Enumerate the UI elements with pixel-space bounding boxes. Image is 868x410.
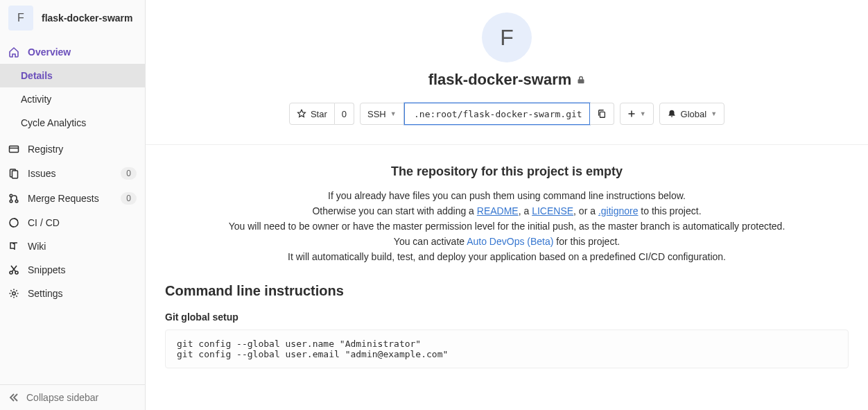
hero-avatar: F (482, 12, 532, 62)
project-toolbar: Star 0 SSH ▼ (146, 89, 868, 145)
add-dropdown[interactable]: ▼ (620, 103, 654, 125)
sidebar-label-cicd: CI / CD (28, 217, 137, 228)
sidebar-item-snippets[interactable]: Snippets (0, 258, 145, 282)
add-group: ▼ (620, 103, 654, 125)
svg-point-10 (12, 292, 15, 295)
subnav-activity[interactable]: Activity (0, 87, 145, 111)
hero-title-text: flask-docker-swarm (428, 71, 572, 89)
link-license[interactable]: LICENSE (532, 205, 573, 216)
sidebar-item-cicd[interactable]: CI / CD (0, 211, 145, 234)
clone-group: SSH ▼ (360, 103, 614, 125)
sidebar-label-mrs: Merge Requests (28, 193, 112, 204)
bell-icon (667, 109, 677, 119)
empty-line-1: If you already have files you can push t… (162, 190, 851, 201)
notification-group: Global ▼ (659, 103, 725, 125)
link-autodevops[interactable]: Auto DevOps (Beta) (467, 236, 553, 247)
project-hero: F flask-docker-swarm (146, 0, 868, 89)
svg-point-4 (10, 194, 12, 197)
copy-url-button[interactable] (590, 103, 614, 125)
notification-label: Global (681, 109, 707, 119)
sidebar-item-issues[interactable]: Issues 0 (0, 161, 145, 186)
empty-heading: The repository for this project is empty (162, 164, 851, 179)
sidebar-label-wiki: Wiki (28, 241, 137, 252)
sidebar-label-overview: Overview (28, 46, 137, 58)
issues-count-badge: 0 (121, 167, 137, 180)
empty-line-4: You can activate Auto DevOps (Beta) for … (162, 236, 851, 247)
chevron-down-icon: ▼ (640, 110, 646, 117)
notification-dropdown[interactable]: Global ▼ (659, 103, 725, 125)
chevron-down-icon: ▼ (711, 110, 717, 117)
svg-point-8 (10, 271, 12, 274)
svg-rect-0 (10, 146, 19, 153)
cli-section: Command line instructions Git global set… (146, 280, 868, 385)
collapse-label: Collapse sidebar (26, 392, 98, 403)
sidebar: F flask-docker-swarm Overview Details Ac… (0, 0, 146, 410)
sidebar-item-wiki[interactable]: Wiki (0, 234, 145, 258)
svg-point-6 (15, 200, 18, 203)
cli-subheading-1: Git global setup (165, 311, 849, 323)
hero-title: flask-docker-swarm (428, 71, 586, 89)
protocol-dropdown[interactable]: SSH ▼ (360, 103, 404, 125)
star-count: 0 (335, 103, 354, 125)
empty-line-2: Otherwise you can start with adding a RE… (162, 205, 851, 216)
subnav-cycle-analytics[interactable]: Cycle Analytics (0, 111, 145, 135)
project-name: flask-docker-swarm (42, 12, 133, 24)
sidebar-item-settings[interactable]: Settings (0, 282, 145, 305)
chevron-down-icon: ▼ (390, 110, 397, 117)
star-button[interactable]: Star (289, 103, 335, 125)
link-readme[interactable]: README (477, 205, 519, 216)
sidebar-label-settings: Settings (28, 288, 137, 299)
svg-point-9 (15, 271, 18, 274)
svg-rect-11 (600, 112, 605, 117)
svg-rect-3 (12, 171, 18, 178)
subnav-details[interactable]: Details (0, 64, 145, 87)
collapse-icon (8, 392, 19, 403)
star-group: Star 0 (289, 103, 354, 125)
snippets-icon (8, 264, 19, 275)
gear-icon (8, 288, 19, 299)
merge-request-icon (8, 193, 19, 204)
sidebar-item-registry[interactable]: Registry (0, 137, 145, 161)
copy-icon (597, 109, 607, 119)
sidebar-header[interactable]: F flask-docker-swarm (0, 0, 145, 40)
star-label: Star (311, 109, 327, 119)
empty-line-3: You will need to be owner or have the ma… (162, 221, 851, 232)
mrs-count-badge: 0 (121, 192, 137, 205)
sidebar-label-snippets: Snippets (28, 264, 137, 275)
sidebar-label-issues: Issues (28, 168, 112, 179)
sidebar-item-merge-requests[interactable]: Merge Requests 0 (0, 186, 145, 211)
wiki-icon (8, 241, 19, 252)
cicd-icon (8, 217, 19, 228)
lock-icon (577, 76, 585, 84)
project-avatar: F (8, 6, 33, 31)
cli-heading: Command line instructions (165, 283, 849, 299)
plus-icon (627, 110, 636, 118)
registry-icon (8, 144, 19, 155)
star-icon (297, 109, 306, 119)
empty-line-5: It will automatically build, test, and d… (162, 251, 851, 262)
issues-icon (8, 168, 19, 179)
link-gitignore[interactable]: .gitignore (598, 205, 639, 216)
cli-code-1: git config --global user.name "Administr… (165, 330, 849, 368)
clone-url-input[interactable] (404, 103, 590, 125)
main-content: F flask-docker-swarm Star 0 (146, 0, 868, 410)
sidebar-label-registry: Registry (28, 144, 137, 155)
svg-point-5 (10, 200, 12, 203)
home-icon (8, 46, 19, 58)
protocol-label: SSH (367, 109, 386, 119)
collapse-sidebar[interactable]: Collapse sidebar (0, 384, 145, 410)
empty-repo-state: The repository for this project is empty… (146, 145, 868, 280)
sidebar-item-overview[interactable]: Overview (0, 40, 145, 64)
